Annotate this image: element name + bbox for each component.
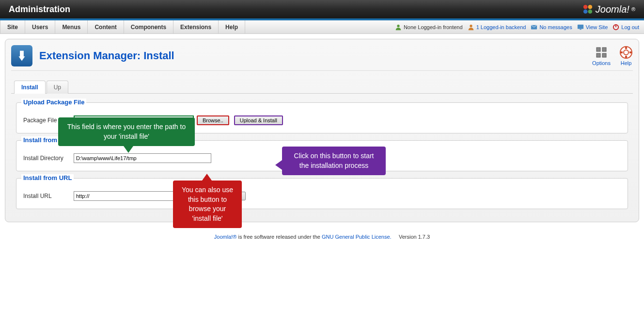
arrow-left-icon: [275, 160, 282, 170]
menu-content[interactable]: Content: [88, 20, 124, 33]
legend-url: Install from URL: [21, 174, 74, 181]
svg-point-1: [588, 5, 592, 9]
joomla-logo-text: Joomla!: [596, 4, 629, 15]
status-backend[interactable]: 1 Logged-in backend: [468, 24, 526, 31]
arrow-up-icon: [202, 174, 212, 181]
help-button[interactable]: Help: [619, 46, 633, 66]
page-header: Extension Manager: Install Options Help: [11, 45, 633, 71]
footer: Joomla!® is free software released under…: [0, 227, 644, 246]
annotation-purple: Click on this button to start the instal…: [282, 147, 386, 175]
options-button[interactable]: Options: [592, 46, 611, 66]
footer-license-link[interactable]: GNU General Public License.: [322, 234, 392, 240]
menu-components[interactable]: Components: [124, 20, 173, 33]
row-install-url: Install URL Install: [23, 191, 621, 201]
svg-point-4: [397, 24, 399, 27]
page-header-right: Options Help: [592, 46, 633, 66]
menubar: Site Users Menus Content Components Exte…: [0, 20, 644, 34]
svg-rect-8: [580, 29, 581, 30]
arrow-down-icon: [124, 146, 133, 153]
menu-right: None Logged-in frontend 1 Logged-in back…: [395, 20, 644, 33]
footer-joomla-link[interactable]: Joomla!®: [214, 234, 237, 240]
label-install-url: Install URL: [23, 193, 74, 199]
page-title: Extension Manager: Install: [39, 49, 174, 62]
svg-rect-16: [602, 53, 606, 57]
tab-install[interactable]: Install: [14, 81, 46, 94]
label-install-directory: Install Directory: [23, 155, 74, 162]
menu-menus[interactable]: Menus: [55, 20, 88, 33]
admin-title: Administration: [9, 4, 70, 15]
menu-site[interactable]: Site: [0, 20, 25, 33]
fieldset-url: Install from URL Install URL Install: [16, 178, 628, 209]
svg-rect-15: [597, 53, 600, 57]
svg-rect-7: [578, 24, 583, 29]
menu-left: Site Users Menus Content Components Exte…: [0, 20, 245, 33]
svg-point-2: [583, 9, 588, 14]
status-frontend: None Logged-in frontend: [395, 24, 463, 31]
menu-users[interactable]: Users: [25, 20, 55, 33]
annotation-red: You can also use this button to browse y…: [173, 181, 242, 228]
tabs: Install Up: [14, 81, 633, 94]
status-messages[interactable]: No messages: [531, 24, 572, 31]
svg-point-18: [624, 50, 628, 55]
status-logout[interactable]: Log out: [613, 24, 639, 31]
svg-point-5: [470, 24, 472, 27]
monitor-icon: [577, 24, 584, 31]
page-header-left: Extension Manager: Install: [11, 45, 174, 66]
content-wrap: This field is where you enter the path t…: [0, 34, 644, 227]
menu-extensions[interactable]: Extensions: [173, 20, 219, 33]
browse-button[interactable]: Browse..: [197, 115, 229, 125]
options-icon: [595, 46, 608, 59]
svg-point-0: [583, 5, 588, 9]
install-directory-input[interactable]: [74, 153, 211, 163]
logout-icon: [613, 24, 619, 31]
help-lifebuoy-icon: [619, 46, 633, 59]
svg-point-3: [588, 9, 592, 14]
legend-upload: Upload Package File: [21, 99, 86, 106]
envelope-icon: [531, 24, 537, 31]
joomla-logo[interactable]: Joomla! ®: [582, 3, 635, 15]
annotation-green: This field is where you enter the path t…: [58, 117, 195, 146]
tab-update[interactable]: Up: [47, 81, 68, 94]
upload-install-button[interactable]: Upload & Install: [234, 115, 283, 125]
svg-rect-14: [602, 48, 606, 51]
svg-rect-10: [615, 24, 616, 27]
footer-version: Version 1.7.3: [399, 234, 430, 240]
menu-help[interactable]: Help: [219, 20, 245, 33]
svg-marker-12: [19, 56, 25, 61]
extension-install-icon: [11, 45, 32, 66]
svg-rect-13: [597, 48, 600, 51]
joomla-logo-icon: [582, 3, 594, 15]
admin-header: Administration Joomla! ®: [0, 0, 644, 20]
user-orange-icon: [468, 24, 474, 31]
user-green-icon: [395, 24, 402, 31]
status-viewsite[interactable]: View Site: [577, 24, 608, 31]
